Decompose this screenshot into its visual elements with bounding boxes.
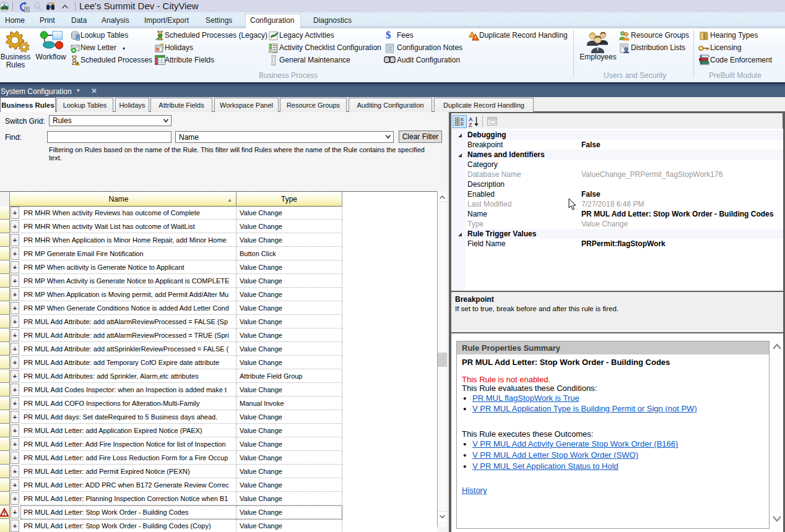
svg-text:Z: Z xyxy=(469,122,472,127)
